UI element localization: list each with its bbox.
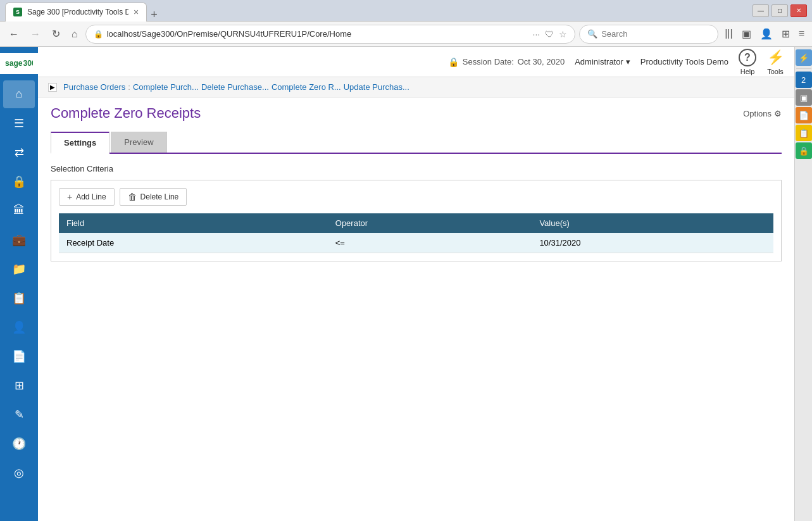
options-gear-icon: ⚙ [774,109,782,118]
right-panel-lock-button[interactable]: 🔒 [796,142,812,159]
header-right: 🔒 Session Date: Oct 30, 2020 Administrat… [448,49,784,75]
search-input[interactable] [601,29,703,39]
toolbar-row: + Add Line 🗑 Delete Line [59,188,773,206]
sidebar-item-briefcase[interactable]: 💼 [3,226,35,254]
section-title: Selection Criteria [51,164,782,173]
admin-label: Administrator [575,57,623,66]
tools-button[interactable]: ⚡ Tools [766,49,784,75]
browser-tab[interactable]: S Sage 300 [Productivity Tools D... × [5,3,147,22]
session-label: Session Date: [463,57,514,66]
options-label: Options [743,109,771,118]
breadcrumb: ▶ Purchase Orders : Complete Purch... De… [38,77,794,97]
breadcrumb-update-purch[interactable]: Update Purchas... [344,82,409,92]
sidebar-item-folder[interactable]: 📁 [3,255,35,283]
criteria-box: + Add Line 🗑 Delete Line Field Oper [51,180,782,261]
delete-line-button[interactable]: 🗑 Delete Line [120,188,187,206]
right-panel-clip-button[interactable]: 📋 [796,125,812,141]
address-url: localhost/Sage300/OnPremise/QURNSU4tUFRE… [107,29,529,39]
table-header-row: Field Operator Value(s) [59,213,773,233]
close-button[interactable]: ✕ [790,4,807,17]
add-line-button[interactable]: + Add Line [59,188,115,206]
search-bar[interactable]: 🔍 [579,25,718,44]
maximize-button[interactable]: □ [771,4,788,17]
page-title-row: Complete Zero Receipts Options ⚙ [51,105,782,122]
cell-operator: <= [328,233,532,253]
forward-button[interactable]: → [27,26,44,42]
svg-text:300: 300 [23,59,33,68]
svg-text:sage: sage [5,59,23,68]
session-date-value: Oct 30, 2020 [518,57,565,66]
profile-icon[interactable]: 👤 [758,25,775,42]
tab-favicon: S [13,8,22,16]
breadcrumb-expand-button[interactable]: ▶ [48,83,57,92]
tab-title: Sage 300 [Productivity Tools D... [27,8,128,16]
breadcrumb-complete-zero[interactable]: Complete Zero R... [272,82,341,92]
tools-label: Tools [767,68,784,75]
minimize-button[interactable]: — [753,4,769,17]
sidebar-item-document[interactable]: 📄 [3,342,35,370]
sidebar: sage 300 ⌂ ☰ ⇄ 🔒 🏛 💼 📁 📋 👤 📄 ⊞ ✎ 🕐 ◎ [0,47,38,521]
criteria-table: Field Operator Value(s) Receipt Date <= … [59,213,773,253]
sidebar-item-clipboard[interactable]: 📋 [3,284,35,312]
column-field: Field [59,213,328,233]
right-panel-2-button[interactable]: 2 [796,72,812,88]
address-extra-dots[interactable]: ··· [533,29,540,39]
tools-lightning-icon: ⚡ [766,49,784,66]
page-content: Complete Zero Receipts Options ⚙ Setting… [38,97,794,521]
help-button[interactable]: ? Help [739,49,756,75]
help-circle-icon: ? [739,49,756,66]
sidebar-item-user[interactable]: 👤 [3,313,35,341]
plus-icon: + [67,192,72,202]
sidebar-item-grid[interactable]: ⊞ [3,372,35,399]
sidebar-item-home[interactable]: ⌂ [3,80,35,108]
breadcrumb-sep-1: : [128,82,130,92]
column-operator: Operator [328,213,532,233]
sidebar-item-lock[interactable]: 🔒 [3,168,35,196]
home-button[interactable]: ⌂ [68,26,82,42]
sidebar-item-exchange[interactable]: ⇄ [3,139,35,166]
cell-values: 10/31/2020 [532,233,773,253]
delete-line-label: Delete Line [141,192,179,201]
sidebar-logo: sage 300 [0,53,38,74]
tab-preview[interactable]: Preview [111,132,166,153]
breadcrumb-purchase-orders[interactable]: Purchase Orders [63,82,125,92]
sidebar-item-edit[interactable]: ✎ [3,401,35,429]
right-panel-lightning-button[interactable]: ⚡ [796,49,812,66]
sidebar-item-list[interactable]: ☰ [3,110,35,137]
extensions-icon[interactable]: ⊞ [779,25,792,42]
address-shield-icon[interactable]: 🛡 [545,29,554,39]
tabs: Settings Preview [51,132,782,154]
back-button[interactable]: ← [5,26,23,42]
bookmarks-icon[interactable]: ||| [722,25,735,42]
address-star-icon[interactable]: ☆ [559,29,567,39]
add-line-label: Add Line [76,192,106,201]
refresh-button[interactable]: ↻ [48,25,64,42]
trash-icon: 🗑 [128,192,137,202]
column-values: Value(s) [532,213,773,233]
cell-field: Receipt Date [59,233,328,253]
sidebar-item-circle[interactable]: ◎ [3,459,35,487]
right-panel-sep-1 [796,68,811,69]
address-bar[interactable]: 🔒 localhost/Sage300/OnPremise/QURNSU4tUF… [85,25,576,44]
admin-arrow-icon: ▾ [626,57,630,66]
prod-tools-label: Productivity Tools Demo [640,57,728,66]
lock-icon: 🔒 [448,57,459,67]
right-panel-layout-button[interactable]: ▣ [796,89,812,106]
right-panel-doc-button[interactable]: 📄 [796,107,812,123]
breadcrumb-complete-purch[interactable]: Complete Purch... [133,82,199,92]
table-row[interactable]: Receipt Date <= 10/31/2020 [59,233,773,253]
menu-icon[interactable]: ≡ [796,25,807,42]
breadcrumb-delete-purchase[interactable]: Delete Purchase... [201,82,269,92]
help-label: Help [740,68,755,75]
page-title: Complete Zero Receipts [51,105,201,122]
right-panel: ⚡ 2 ▣ 📄 📋 🔒 [794,47,812,521]
new-tab-button[interactable]: + [147,8,161,22]
sidebar-item-clock[interactable]: 🕐 [3,430,35,458]
tab-close-button[interactable]: × [134,8,139,16]
sidebar-item-bank[interactable]: 🏛 [3,197,35,225]
admin-dropdown-button[interactable]: Administrator ▾ [575,57,630,66]
tab-settings[interactable]: Settings [51,132,109,154]
options-button[interactable]: Options ⚙ [743,109,782,118]
search-icon: 🔍 [587,29,597,39]
tab-manager-icon[interactable]: ▣ [739,25,754,42]
